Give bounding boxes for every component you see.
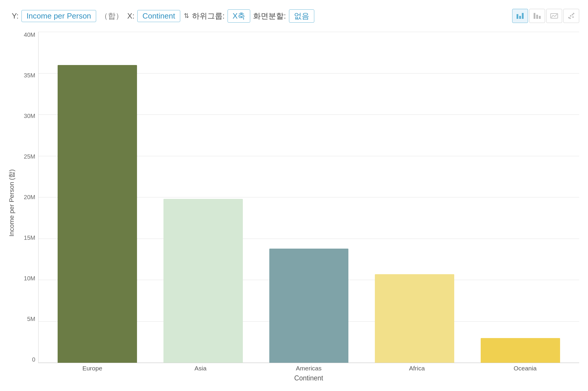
y-tick-label: 0 bbox=[18, 357, 38, 362]
bar-group bbox=[256, 32, 362, 363]
y-tick-label: 30M bbox=[18, 113, 38, 119]
y-tick-label: 20M bbox=[18, 194, 38, 200]
svg-rect-0 bbox=[517, 14, 518, 19]
chart-type-buttons bbox=[512, 9, 579, 23]
x-axis-title: Continent bbox=[18, 374, 579, 382]
y-axis-ticks: 05M10M15M20M25M30M35M40M bbox=[18, 32, 38, 363]
subgroup-value[interactable]: X축 bbox=[228, 9, 250, 23]
y-tick-label: 15M bbox=[18, 235, 38, 241]
x-axis-labels: EuropeAsiaAmericasAfricaOceania bbox=[18, 365, 579, 372]
y-tick-label: 5M bbox=[18, 316, 38, 322]
y-axis-label: Income per Person (합) bbox=[7, 178, 16, 237]
x-tick-label: Americas bbox=[255, 365, 363, 372]
x-tick-label: Asia bbox=[146, 365, 255, 372]
svg-rect-2 bbox=[522, 13, 524, 19]
y-field-button[interactable]: Income per Person bbox=[21, 10, 96, 22]
bar-group bbox=[44, 32, 150, 363]
svg-point-11 bbox=[569, 18, 571, 19]
chart-type-scatter[interactable] bbox=[563, 9, 579, 23]
chart-plot-area: 05M10M15M20M25M30M35M40M bbox=[18, 32, 579, 363]
svg-point-8 bbox=[570, 15, 572, 17]
chart-type-bar2[interactable] bbox=[529, 9, 545, 23]
bar-group bbox=[150, 32, 256, 363]
bar[interactable] bbox=[269, 249, 349, 363]
x-label: X: bbox=[127, 11, 135, 21]
svg-point-10 bbox=[573, 13, 574, 14]
y-axis-label-container: Income per Person (합) bbox=[6, 32, 18, 382]
chart-type-bar[interactable] bbox=[512, 9, 528, 23]
sort-icon: ⇅ bbox=[184, 12, 189, 20]
y-tick-label: 10M bbox=[18, 275, 38, 281]
svg-rect-1 bbox=[519, 16, 521, 19]
bar-group bbox=[467, 32, 573, 363]
svg-rect-3 bbox=[534, 13, 535, 19]
toolbar: Y: Income per Person （합） X: Continent ⇅ … bbox=[6, 6, 579, 26]
bar[interactable] bbox=[375, 274, 454, 363]
x-tick-label: Oceania bbox=[471, 365, 579, 372]
x-tick-label: Europe bbox=[38, 365, 146, 372]
x-tick-label: Africa bbox=[363, 365, 471, 372]
bars-row bbox=[39, 32, 579, 363]
page: Y: Income per Person （합） X: Continent ⇅ … bbox=[0, 0, 588, 391]
bar[interactable] bbox=[481, 338, 560, 363]
y-tick-label: 35M bbox=[18, 72, 38, 78]
chart-container: Income per Person (합) 05M10M15M20M25M30M… bbox=[6, 32, 579, 385]
y-label: Y: bbox=[12, 11, 19, 21]
facet-label: 화면분할: bbox=[253, 11, 286, 21]
bar[interactable] bbox=[163, 199, 243, 363]
y-tick-label: 25M bbox=[18, 154, 38, 159]
bar[interactable] bbox=[58, 65, 137, 363]
svg-point-12 bbox=[572, 16, 574, 18]
chart-inner: 05M10M15M20M25M30M35M40M EuropeAsiaAmeri… bbox=[18, 32, 579, 382]
svg-rect-5 bbox=[539, 16, 541, 19]
bars-and-grid bbox=[38, 32, 579, 363]
svg-rect-4 bbox=[536, 15, 538, 19]
x-field-button[interactable]: Continent bbox=[137, 10, 180, 22]
facet-value[interactable]: 없음 bbox=[289, 9, 314, 23]
svg-point-9 bbox=[572, 14, 573, 16]
bar-group bbox=[362, 32, 467, 363]
subgroup-label: 하위그룹: bbox=[192, 11, 225, 21]
agg-open: （합） bbox=[99, 11, 124, 21]
chart-type-area[interactable] bbox=[546, 9, 562, 23]
y-tick-label: 40M bbox=[18, 32, 38, 38]
